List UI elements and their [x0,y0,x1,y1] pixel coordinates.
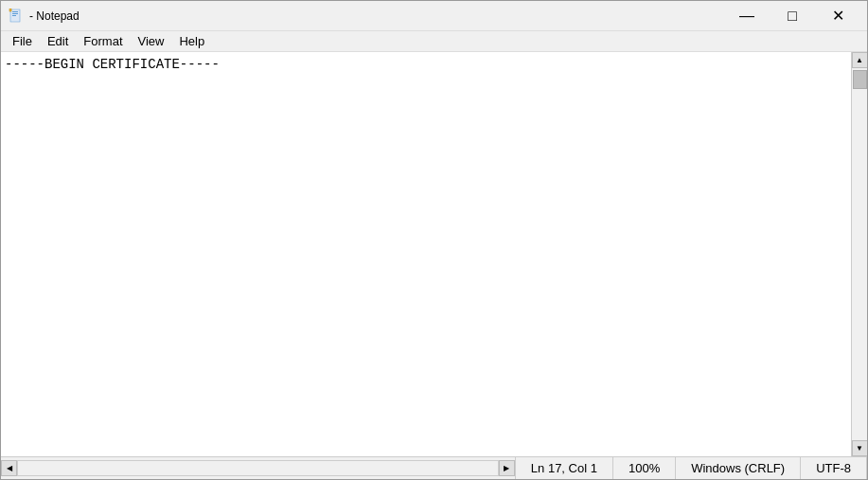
svg-rect-1 [12,11,18,12]
cursor-position: Ln 17, Col 1 [515,457,612,479]
app-icon [9,9,24,24]
svg-rect-2 [12,13,18,14]
menu-format[interactable]: Format [76,32,130,50]
title-bar-left: - Notepad [9,9,80,24]
zoom-level: 100% [612,457,675,479]
menu-edit[interactable]: Edit [40,32,76,50]
vertical-scrollbar[interactable]: ▲ ▼ [851,52,867,456]
svg-rect-3 [12,15,16,16]
text-editor[interactable]: -----BEGIN CERTIFICATE----- [1,52,851,456]
minimize-button[interactable]: — [725,1,769,31]
scroll-right-arrow[interactable]: ▶ [499,460,515,476]
title-bar-controls: — □ ✕ [725,1,859,31]
status-sections: Ln 17, Col 1 100% Windows (CRLF) UTF-8 [515,457,867,479]
status-bar: ◀ ▶ Ln 17, Col 1 100% Windows (CRLF) UTF… [1,456,867,479]
scroll-down-arrow[interactable]: ▼ [852,440,868,456]
scroll-thumb-v[interactable] [853,70,867,89]
svg-rect-4 [9,9,11,11]
encoding: UTF-8 [800,457,867,479]
menu-view[interactable]: View [131,32,172,50]
window-title: - Notepad [29,9,80,23]
line-ending: Windows (CRLF) [675,457,800,479]
scroll-up-arrow[interactable]: ▲ [852,52,868,68]
scroll-track-v[interactable] [852,68,867,440]
menu-file[interactable]: File [5,32,40,50]
close-button[interactable]: ✕ [816,1,859,31]
scroll-left-arrow[interactable]: ◀ [1,460,17,476]
editor-container: -----BEGIN CERTIFICATE----- ▲ ▼ [1,52,867,456]
menu-bar: File Edit Format View Help [1,31,867,52]
maximize-button[interactable]: □ [771,1,814,31]
scroll-track-h[interactable] [17,460,499,476]
notepad-window: - Notepad — □ ✕ File Edit Format View He… [0,0,868,480]
menu-help[interactable]: Help [171,32,212,50]
horizontal-scroll-area: ◀ ▶ [1,457,515,479]
title-bar: - Notepad — □ ✕ [1,1,867,31]
